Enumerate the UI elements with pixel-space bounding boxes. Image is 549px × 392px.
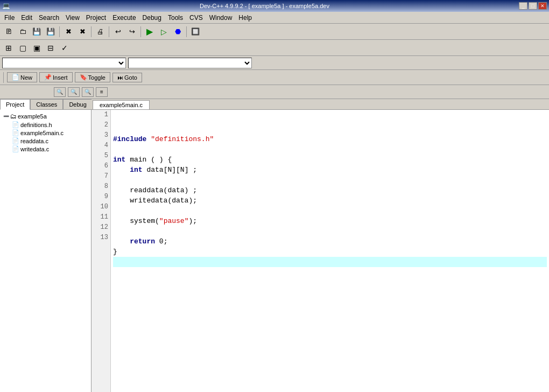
sep2 [91, 26, 92, 37]
search-all-button[interactable]: 🔍 [82, 87, 94, 97]
main-area: Project Classes Debug ➖ 🗂 example5a 📄 de… [0, 99, 549, 392]
editor-tab-example5main[interactable]: example5main.c [93, 100, 150, 109]
member-combo[interactable] [128, 58, 252, 68]
search-toolbar: 🔍 🔍 🔍 ≡ [0, 85, 549, 99]
sidebar: Project Classes Debug ➖ 🗂 example5a 📄 de… [0, 99, 92, 392]
close-all-win-button[interactable]: ⊟ [44, 42, 57, 54]
compile-run-button[interactable]: ▶ [143, 26, 156, 38]
tree-children: 📄 definitions.h 📄 example5main.c 📄 readd… [2, 121, 89, 153]
combo-area [0, 56, 549, 70]
line-number: 6 [92, 161, 110, 171]
line-number: 4 [92, 141, 110, 151]
insert-bm-button[interactable]: 📌 Insert [39, 72, 73, 82]
line-number: 13 [92, 233, 110, 243]
sep1 [59, 26, 60, 37]
menu-window[interactable]: Window [206, 13, 236, 23]
file-icon-1: 📄 [12, 121, 19, 128]
line-number: 2 [92, 120, 110, 130]
tree-item-readdata[interactable]: 📄 readdata.c [11, 137, 89, 145]
file-icon-3: 📄 [12, 137, 19, 144]
tree-root[interactable]: ➖ 🗂 example5a [2, 112, 89, 121]
tree-item-definitions[interactable]: 📄 definitions.h [11, 121, 89, 129]
code-editor[interactable]: 12345678910111213 #include "definitions.… [92, 110, 549, 392]
debug-toggle-button[interactable]: 🔲 [189, 26, 202, 38]
tree-label-4: writedata.c [20, 146, 49, 152]
menu-debug[interactable]: Debug [139, 13, 165, 23]
save-button[interactable]: 💾 [30, 26, 43, 38]
menu-project[interactable]: Project [83, 13, 109, 23]
sidebar-tab-project[interactable]: Project [0, 99, 30, 110]
sidebar-tab-classes[interactable]: Classes [30, 99, 63, 109]
cascade-button[interactable]: ▣ [30, 42, 43, 54]
line-number: 11 [92, 212, 110, 222]
file-icon-4: 📄 [12, 145, 19, 152]
goto-bm-icon: ⏭ [117, 74, 123, 81]
print-button[interactable]: 🖨 [94, 26, 107, 38]
tree-label-1: definitions.h [20, 122, 52, 128]
code-line: return 0; [113, 236, 547, 247]
close-file-button[interactable]: ✖ [62, 26, 75, 38]
file-icon-2: 📄 [12, 129, 19, 136]
minimize-button[interactable]: _ [519, 2, 527, 10]
close-button[interactable]: ✕ [538, 2, 547, 10]
code-line: int main ( ) { [113, 155, 547, 165]
editor-tabs: example5main.c [92, 99, 549, 110]
class-combo[interactable] [2, 58, 126, 68]
folder-icon: 🗂 [10, 113, 17, 120]
compile-button[interactable]: ▷ [157, 26, 170, 38]
tree-item-writedata[interactable]: 📄 writedata.c [11, 145, 89, 153]
check-button[interactable]: ✓ [58, 42, 71, 54]
code-line: } [113, 247, 547, 257]
code-content[interactable]: #include "definitions.h" int main ( ) { … [111, 110, 549, 392]
open-button[interactable]: 🗀 [16, 26, 29, 38]
code-line [113, 144, 547, 155]
collapse-icon: ➖ [3, 114, 9, 119]
menu-edit[interactable]: Edit [18, 13, 36, 23]
tree-label-2: example5main.c [20, 130, 64, 136]
goto-bm-button[interactable]: ⏭ Goto [112, 73, 142, 82]
tree-item-example5main[interactable]: 📄 example5main.c [11, 129, 89, 137]
line-number: 1 [92, 110, 110, 120]
menu-cvs[interactable]: CVS [186, 13, 206, 23]
line-number: 9 [92, 192, 110, 202]
run-button[interactable]: ⬣ [171, 26, 184, 38]
titlebar-title: Dev-C++ 4.9.9.2 - [ example5a ] - exampl… [200, 3, 329, 9]
insert-bm-icon: 📌 [44, 74, 52, 81]
menu-execute[interactable]: Execute [109, 13, 139, 23]
sep4 [140, 26, 141, 37]
menubar: File Edit Search View Project Execute De… [0, 12, 549, 24]
new-button[interactable]: 🖹 [2, 26, 15, 38]
search-prev-button[interactable]: 🔍 [54, 87, 66, 97]
search-next-button[interactable]: 🔍 [68, 87, 80, 97]
tile-h-button[interactable]: ⊞ [2, 42, 15, 54]
menu-file[interactable]: File [1, 13, 18, 23]
sep5 [186, 26, 187, 37]
tree-label-3: readdata.c [20, 138, 48, 144]
code-line [113, 257, 547, 267]
line-number: 5 [92, 151, 110, 161]
sidebar-tab-debug[interactable]: Debug [63, 99, 92, 109]
menu-help[interactable]: Help [235, 13, 255, 23]
search-options-button[interactable]: ≡ [96, 87, 108, 97]
code-line [113, 226, 547, 236]
titlebar: 💻 Dev-C++ 4.9.9.2 - [ example5a ] - exam… [0, 0, 549, 12]
code-line: readdata(data) ; [113, 185, 547, 195]
code-line: int data[N][N] ; [113, 165, 547, 175]
line-number: 10 [92, 202, 110, 212]
menu-tools[interactable]: Tools [165, 13, 186, 23]
sep-bm1 [3, 72, 4, 83]
undo-button[interactable]: ↩ [111, 26, 124, 38]
menu-view[interactable]: View [62, 13, 83, 23]
sep3 [109, 26, 109, 37]
menu-search[interactable]: Search [36, 13, 62, 23]
editor-area: example5main.c 12345678910111213 #includ… [92, 99, 549, 392]
toggle-bm-button[interactable]: 🔖 Toggle [75, 72, 110, 82]
line-numbers: 12345678910111213 [92, 110, 111, 392]
new-bm-button[interactable]: 📄 New [7, 72, 37, 82]
sidebar-tabs: Project Classes Debug [0, 99, 91, 110]
maximize-button[interactable]: □ [529, 2, 537, 10]
tile-v-button[interactable]: ▢ [16, 42, 29, 54]
close-all-button[interactable]: ✖ [76, 26, 89, 38]
redo-button[interactable]: ↪ [125, 26, 138, 38]
save-all-button[interactable]: 💾 [44, 26, 57, 38]
